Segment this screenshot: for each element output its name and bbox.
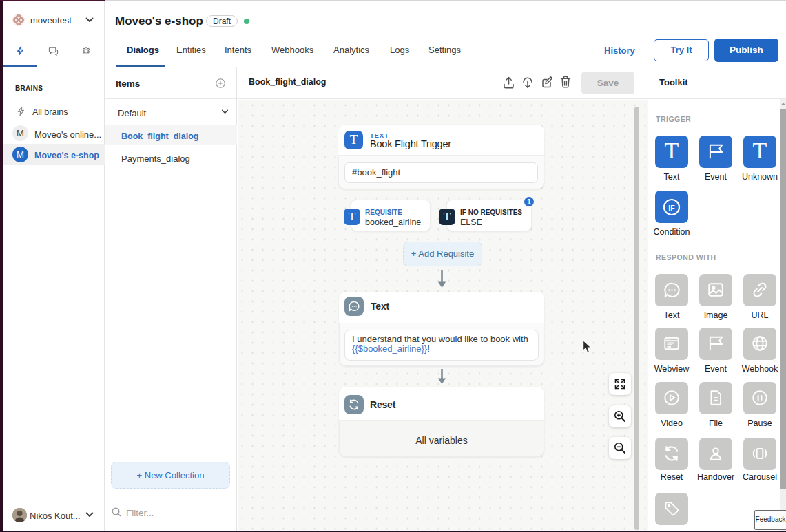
svg-text:IF: IF — [668, 204, 675, 212]
